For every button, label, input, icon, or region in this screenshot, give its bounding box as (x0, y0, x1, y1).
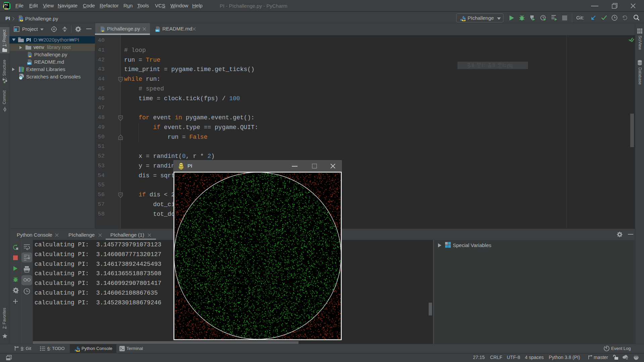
svg-text:PC: PC (5, 3, 8, 6)
svg-text:MD: MD (156, 29, 159, 32)
svg-text:(S): (S) (507, 63, 513, 68)
svg-text:MD: MD (28, 62, 31, 65)
